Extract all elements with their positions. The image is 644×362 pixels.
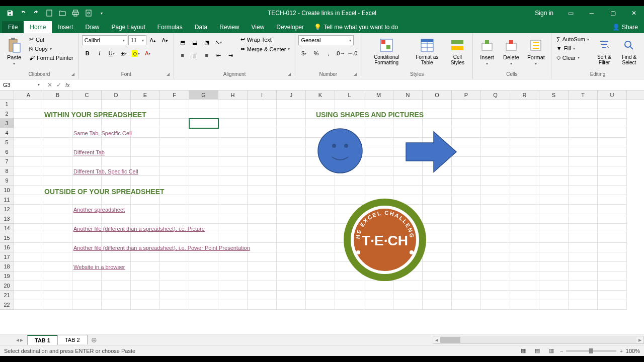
close-icon[interactable]: ✕ <box>624 6 644 20</box>
cell-R13[interactable] <box>510 214 539 224</box>
cell-Q15[interactable] <box>481 233 510 243</box>
decrease-indent-icon[interactable]: ⇤ <box>213 50 224 60</box>
cell-S15[interactable] <box>539 233 569 243</box>
cell-U21[interactable] <box>598 291 627 300</box>
tab-file[interactable]: File <box>2 21 24 33</box>
cell-I13[interactable] <box>248 214 277 224</box>
share-button[interactable]: 👤Share <box>606 21 644 33</box>
cell-J11[interactable] <box>277 195 306 205</box>
cell-Q1[interactable] <box>481 100 510 109</box>
cell-C22[interactable] <box>72 300 102 310</box>
cell-U7[interactable] <box>598 157 627 166</box>
cell-A10[interactable] <box>14 186 43 195</box>
cell-M1[interactable] <box>364 100 393 109</box>
col-header-A[interactable]: A <box>14 90 43 99</box>
cell-O3[interactable] <box>423 119 452 128</box>
name-box[interactable]: G3▾ <box>0 79 43 90</box>
col-header-O[interactable]: O <box>423 90 452 99</box>
cell-J2[interactable] <box>277 109 306 119</box>
sheet-next-icon[interactable]: ▸ <box>20 336 23 343</box>
cell-R14[interactable] <box>510 224 539 233</box>
cell-K17[interactable] <box>306 252 335 262</box>
cell-U2[interactable] <box>598 109 627 119</box>
cell-U18[interactable] <box>598 262 627 272</box>
cell-Q8[interactable] <box>481 166 510 176</box>
cell-E4[interactable] <box>131 128 160 138</box>
cell-R1[interactable] <box>510 100 539 109</box>
increase-font-icon[interactable]: A▴ <box>147 35 158 45</box>
cell-I20[interactable] <box>248 281 277 291</box>
row-header-18[interactable]: 18 <box>0 262 14 272</box>
cell-A5[interactable] <box>14 138 43 147</box>
cell-U5[interactable] <box>598 138 627 147</box>
cell-U3[interactable] <box>598 119 627 128</box>
cut-button[interactable]: ✂Cut <box>27 35 75 44</box>
cell-A17[interactable] <box>14 252 43 262</box>
cell-S12[interactable] <box>539 205 569 214</box>
cell-E6[interactable] <box>131 147 160 157</box>
cell-H5[interactable] <box>218 138 248 147</box>
format-as-table-button[interactable]: Format as Table <box>411 35 444 67</box>
cell-U20[interactable] <box>598 281 627 291</box>
cell-E20[interactable] <box>131 281 160 291</box>
ribbon-options-icon[interactable]: ▭ <box>560 6 581 20</box>
cell-S13[interactable] <box>539 214 569 224</box>
cell-S17[interactable] <box>539 252 569 262</box>
cell-F3[interactable] <box>160 119 189 128</box>
orientation-icon[interactable]: ⤡▾ <box>213 37 224 47</box>
cell-styles-button[interactable]: Cell Styles <box>446 35 469 67</box>
cell-H7[interactable] <box>218 157 248 166</box>
cell-G6[interactable] <box>189 147 218 157</box>
new-icon[interactable] <box>43 7 55 19</box>
cell-I11[interactable] <box>248 195 277 205</box>
cell-A16[interactable] <box>14 243 43 252</box>
cell-T22[interactable] <box>569 300 598 310</box>
cell-D15[interactable] <box>102 233 131 243</box>
cell-I6[interactable] <box>248 147 277 157</box>
cell-A22[interactable] <box>14 300 43 310</box>
cell-R20[interactable] <box>510 281 539 291</box>
print-icon[interactable] <box>69 7 82 19</box>
row-header-6[interactable]: 6 <box>0 147 14 157</box>
cell-Q5[interactable] <box>481 138 510 147</box>
cell-U16[interactable] <box>598 243 627 252</box>
cell-I18[interactable] <box>248 262 277 272</box>
preview-icon[interactable] <box>83 7 95 19</box>
cell-D7[interactable] <box>102 157 131 166</box>
cell-K1[interactable] <box>306 100 335 109</box>
cell-J16[interactable] <box>277 243 306 252</box>
cell-H14[interactable] <box>218 224 248 233</box>
dialog-launcher-icon[interactable]: ◢ <box>354 72 360 78</box>
cell-L10[interactable] <box>335 186 364 195</box>
cell-T21[interactable] <box>569 291 598 300</box>
cell-F7[interactable] <box>160 157 189 166</box>
cell-E22[interactable] <box>131 300 160 310</box>
cell-H4[interactable] <box>218 128 248 138</box>
col-header-Q[interactable]: Q <box>481 90 510 99</box>
tab-draw[interactable]: Draw <box>79 21 105 33</box>
cell-J4[interactable] <box>277 128 306 138</box>
cell-T14[interactable] <box>569 224 598 233</box>
cell-Q10[interactable] <box>481 186 510 195</box>
cell-C3[interactable] <box>72 119 102 128</box>
cell-E21[interactable] <box>131 291 160 300</box>
cell-E15[interactable] <box>131 233 160 243</box>
cell-H22[interactable] <box>218 300 248 310</box>
cell-G15[interactable] <box>189 233 218 243</box>
cell-D17[interactable] <box>102 252 131 262</box>
cell-R8[interactable] <box>510 166 539 176</box>
col-header-T[interactable]: T <box>569 90 598 99</box>
align-bottom-icon[interactable]: ⬔ <box>201 37 212 47</box>
cell-G7[interactable] <box>189 157 218 166</box>
cell-H10[interactable] <box>218 186 248 195</box>
cell-I17[interactable] <box>248 252 277 262</box>
cell-E19[interactable] <box>131 272 160 281</box>
cell-B14[interactable] <box>43 224 72 233</box>
cell-P22[interactable] <box>452 300 481 310</box>
increase-indent-icon[interactable]: ⇥ <box>225 50 236 60</box>
cell-I1[interactable] <box>248 100 277 109</box>
cell-T5[interactable] <box>569 138 598 147</box>
border-button[interactable]: ⊞▾ <box>118 48 129 58</box>
cell-I22[interactable] <box>248 300 277 310</box>
tab-insert[interactable]: Insert <box>52 21 79 33</box>
